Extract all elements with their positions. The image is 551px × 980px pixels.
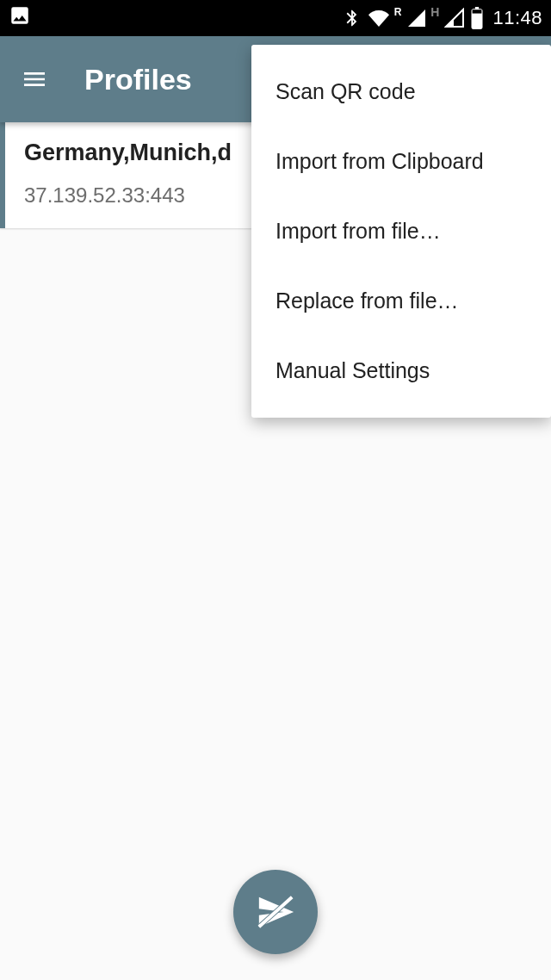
status-bar: R H 11:48 xyxy=(0,0,551,36)
signal-icon-2 xyxy=(444,8,465,28)
bluetooth-icon xyxy=(343,8,362,28)
roaming-badge: R xyxy=(394,6,402,18)
connect-fab[interactable] xyxy=(233,870,318,954)
battery-icon xyxy=(470,7,484,29)
h-badge: H xyxy=(430,5,439,19)
overflow-menu: Scan QR code Import from Clipboard Impor… xyxy=(251,45,551,418)
menu-item-import-file[interactable]: Import from file… xyxy=(251,196,551,266)
menu-item-import-clipboard[interactable]: Import from Clipboard xyxy=(251,127,551,196)
svg-rect-0 xyxy=(473,9,482,13)
hamburger-menu-button[interactable] xyxy=(17,62,52,96)
signal-icon-1 xyxy=(406,8,427,28)
menu-item-scan-qr[interactable]: Scan QR code xyxy=(251,57,551,127)
hamburger-icon xyxy=(21,65,48,93)
picture-icon xyxy=(9,4,31,32)
menu-item-manual-settings[interactable]: Manual Settings xyxy=(251,336,551,406)
send-off-icon xyxy=(256,892,295,932)
page-title: Profiles xyxy=(84,63,192,96)
wifi-icon xyxy=(367,8,391,28)
status-time: 11:48 xyxy=(492,7,542,29)
menu-item-replace-file[interactable]: Replace from file… xyxy=(251,266,551,336)
